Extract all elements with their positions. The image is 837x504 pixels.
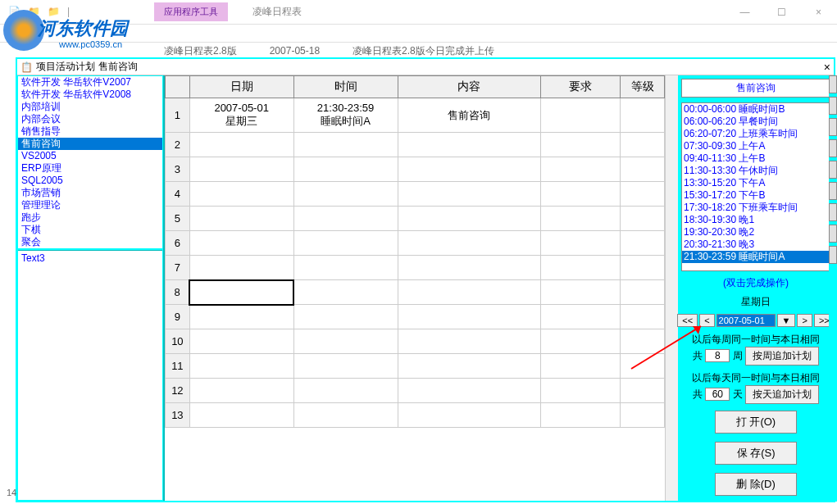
cell-content[interactable]: [398, 354, 540, 379]
cell-date[interactable]: [189, 329, 293, 354]
project-list-item[interactable]: 下棋: [18, 224, 162, 236]
cell-level[interactable]: [621, 305, 665, 329]
time-slot-item[interactable]: 15:30-17:20 下午B: [682, 189, 830, 202]
row-number[interactable]: 5: [166, 207, 190, 231]
secondary-list-item[interactable]: Text3: [18, 251, 162, 266]
cell-time[interactable]: [293, 354, 398, 379]
cell-date[interactable]: [189, 182, 293, 207]
side-tab[interactable]: [829, 182, 837, 200]
time-slot-item[interactable]: 18:30-19:30 晚1: [682, 214, 830, 226]
project-list-item[interactable]: 软件开发 华岳软件V2008: [18, 89, 162, 101]
cell-content[interactable]: [398, 403, 540, 428]
cell-content[interactable]: [398, 329, 540, 354]
cell-req[interactable]: [540, 231, 620, 256]
table-row[interactable]: 8: [166, 280, 665, 305]
cell-date[interactable]: [189, 379, 293, 403]
table-row[interactable]: 13: [166, 403, 665, 428]
row-number[interactable]: 11: [166, 354, 190, 379]
time-slot-item[interactable]: 07:30-09:30 上午A: [682, 140, 830, 152]
nav-first-button[interactable]: <<: [677, 314, 698, 327]
row-number[interactable]: 4: [166, 182, 190, 207]
vertical-scrollbar[interactable]: [665, 75, 678, 501]
table-row[interactable]: 7: [166, 256, 665, 280]
row-number[interactable]: 13: [166, 403, 190, 428]
date-dropdown-button[interactable]: ▼: [777, 314, 796, 327]
week-append-button[interactable]: 按周追加计划: [745, 347, 819, 366]
project-list-item[interactable]: 内部会议: [18, 113, 162, 125]
cell-level[interactable]: [621, 182, 665, 207]
cell-req[interactable]: [540, 280, 620, 305]
col-header-content[interactable]: 内容: [398, 76, 540, 98]
row-number[interactable]: 3: [166, 157, 190, 182]
nav-next-button[interactable]: >: [797, 314, 812, 327]
cell-level[interactable]: [621, 207, 665, 231]
cell-level[interactable]: [621, 133, 665, 157]
cell-content[interactable]: [398, 207, 540, 231]
time-slot-item[interactable]: 20:30-21:30 晚3: [682, 238, 830, 251]
cell-level[interactable]: [621, 256, 665, 280]
cell-level[interactable]: [621, 98, 665, 133]
date-input[interactable]: [716, 314, 776, 327]
table-row[interactable]: 2: [166, 133, 665, 157]
project-list-item[interactable]: ERP原理: [18, 162, 162, 175]
col-header-level[interactable]: 等级: [621, 76, 665, 98]
cell-content[interactable]: [398, 231, 540, 256]
time-slot-item[interactable]: 19:30-20:30 晚2: [682, 226, 830, 238]
project-list-item[interactable]: 软件开发 华岳软件V2007: [18, 76, 162, 89]
minimize-button[interactable]: —: [726, 0, 763, 25]
cell-content[interactable]: [398, 379, 540, 403]
row-number[interactable]: 6: [166, 231, 190, 256]
cell-time[interactable]: [293, 329, 398, 354]
cell-req[interactable]: [540, 98, 620, 133]
time-slot-item[interactable]: 06:00-06:20 早餐时间: [682, 116, 830, 128]
project-list-item[interactable]: 聚会: [18, 236, 162, 248]
side-tab[interactable]: [829, 75, 837, 93]
table-row[interactable]: 12007-05-01星期三21:30-23:59睡眠时间A售前咨询: [166, 98, 665, 133]
cell-date[interactable]: [189, 157, 293, 182]
side-tab[interactable]: [829, 161, 837, 179]
cell-time[interactable]: [293, 207, 398, 231]
col-header-time[interactable]: 时间: [293, 76, 398, 98]
cell-req[interactable]: [540, 256, 620, 280]
cell-req[interactable]: [540, 379, 620, 403]
table-row[interactable]: 11: [166, 354, 665, 379]
project-list-item[interactable]: 管理理论: [18, 199, 162, 211]
cell-content[interactable]: [398, 133, 540, 157]
cell-req[interactable]: [540, 403, 620, 428]
side-tab[interactable]: [829, 225, 837, 243]
time-slot-item[interactable]: 00:00-06:00 睡眠时间B: [682, 103, 830, 116]
schedule-table[interactable]: 日期 时间 内容 要求 等级 12007-05-01星期三21:30-23:59…: [165, 75, 665, 428]
cell-content[interactable]: [398, 157, 540, 182]
cell-req[interactable]: [540, 207, 620, 231]
time-slot-item[interactable]: 21:30-23:59 睡眠时间A: [682, 251, 830, 263]
cell-time[interactable]: 21:30-23:59睡眠时间A: [293, 98, 398, 133]
side-tab[interactable]: [829, 203, 837, 221]
cell-date[interactable]: [189, 280, 293, 305]
cell-req[interactable]: [540, 329, 620, 354]
table-row[interactable]: 12: [166, 379, 665, 403]
cell-level[interactable]: [621, 354, 665, 379]
day-append-button[interactable]: 按天追加计划: [745, 385, 819, 404]
day-count-input[interactable]: [705, 388, 730, 401]
cell-date[interactable]: [189, 305, 293, 329]
app-tools-tab[interactable]: 应用程序工具: [154, 2, 228, 21]
table-row[interactable]: 3: [166, 157, 665, 182]
time-slot-item[interactable]: 09:40-11:30 上午B: [682, 152, 830, 165]
cell-req[interactable]: [540, 305, 620, 329]
side-tab[interactable]: [829, 246, 837, 264]
cell-date[interactable]: [189, 231, 293, 256]
cell-req[interactable]: [540, 354, 620, 379]
week-count-input[interactable]: [705, 349, 730, 362]
time-slot-item[interactable]: 11:30-13:30 午休时间: [682, 165, 830, 177]
row-number[interactable]: 2: [166, 133, 190, 157]
cell-level[interactable]: [621, 231, 665, 256]
time-slot-item[interactable]: 06:20-07:20 上班乘车时间: [682, 128, 830, 140]
open-button[interactable]: 打 开(O): [715, 411, 797, 434]
cell-date[interactable]: [189, 256, 293, 280]
row-number[interactable]: 10: [166, 329, 190, 354]
project-list-item[interactable]: 售前咨询: [18, 138, 162, 150]
side-tab[interactable]: [829, 139, 837, 157]
project-list-item[interactable]: 内部培训: [18, 101, 162, 113]
time-slot-list[interactable]: 00:00-06:00 睡眠时间B06:00-06:20 早餐时间06:20-0…: [681, 102, 830, 271]
project-list-item[interactable]: 销售指导: [18, 125, 162, 138]
